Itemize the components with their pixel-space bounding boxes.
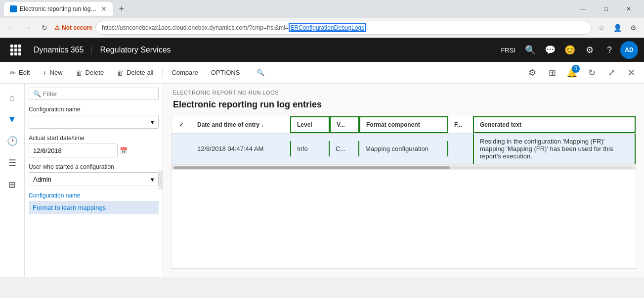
command-bar: ✏ Edit + New 🗑 Delete 🗑 Delete all Compa… (0, 62, 644, 84)
office-icon[interactable]: ⊞ (543, 64, 561, 82)
back-button[interactable]: ← (4, 21, 18, 35)
favorites-icon[interactable]: ☆ (595, 21, 608, 35)
row-format: Mapping configuration (359, 141, 448, 156)
sort-icon: ↓ (261, 122, 264, 128)
data-table: ✓ Date and time of entry ↓ Level V... Fo… (171, 116, 636, 269)
row-fileref (448, 145, 473, 153)
sidebar-pinned-icon[interactable]: ☰ (2, 153, 22, 173)
command-bar-right: ⚙ ⊞ 🔔 0 ↻ ⤢ ✕ (523, 64, 640, 82)
user-dropdown-icon: ▾ (151, 176, 154, 183)
maximize-button[interactable]: □ (595, 0, 617, 18)
user-dropdown[interactable]: Admin ▾ (29, 172, 159, 186)
sidebar-recent-icon[interactable]: 🕐 (2, 131, 22, 151)
pin-icon[interactable]: ⚙ (523, 64, 541, 82)
row-gentext: Residing in the configuration 'Mapping (… (473, 134, 636, 164)
sidebar-home-icon[interactable]: ⌂ (2, 88, 22, 107)
notification-wrap[interactable]: 🔔 0 (563, 64, 581, 82)
security-warning: ⚠ Not secure (54, 24, 92, 31)
new-label: New (50, 69, 63, 76)
search-nav-button[interactable]: 🔍 (521, 41, 539, 59)
forward-button[interactable]: → (21, 21, 35, 35)
options-label: OPTIONS (211, 69, 240, 76)
profile-icon[interactable]: 👤 (610, 21, 624, 35)
top-nav: Dynamics 365 Regulatory Services FRSI 🔍 … (0, 38, 644, 62)
avatar-button[interactable]: AD (620, 41, 638, 59)
start-date-label: Actual start date/time (29, 135, 159, 142)
start-date-section: Actual start date/time 📅 (29, 135, 159, 157)
expand-icon[interactable]: ⤢ (602, 64, 620, 82)
scrollbar-track[interactable] (173, 166, 634, 169)
refresh-icon[interactable]: ↻ (583, 64, 601, 82)
start-date-input[interactable] (29, 144, 118, 157)
delete-button[interactable]: 🗑 Delete (70, 66, 110, 80)
active-tab[interactable]: Electronic reporting run logs -- R... ✕ (4, 2, 113, 16)
tab-bar: Electronic reporting run logs -- R... ✕ … (0, 0, 644, 18)
compare-label: Compare (172, 69, 198, 76)
not-secure-label: Not secure (62, 24, 92, 31)
smiley-nav-button[interactable]: 😊 (561, 41, 579, 59)
search-cmd-icon: 🔍 (257, 69, 264, 76)
edit-icon: ✏ (10, 69, 16, 77)
chat-nav-button[interactable]: 💬 (541, 41, 559, 59)
sidebar-modules-icon[interactable]: ⊞ (2, 175, 22, 195)
edit-label: Edit (19, 69, 30, 76)
config-name-dropdown-icon: ▾ (151, 118, 154, 126)
panel-resize-handle[interactable]: ⋮ (159, 170, 163, 190)
col-format[interactable]: Format component (359, 116, 448, 133)
config-name-label: Configuration name (29, 106, 159, 113)
close-button[interactable]: ✕ (617, 0, 640, 18)
horizontal-scrollbar[interactable] (172, 164, 636, 170)
new-button[interactable]: + New (37, 66, 68, 80)
table-row[interactable]: 12/8/2018 04:47:44 AM Info C... Mapping … (172, 134, 636, 164)
page-title: Electronic reporting run log entries (173, 99, 634, 110)
tab-close-icon[interactable]: ✕ (101, 5, 107, 13)
row-level: Info (290, 141, 330, 156)
col-fileref[interactable]: F... (448, 117, 473, 132)
address-bar-row: ← → ↻ ⚠ Not secure https://usnconeboxax1… (0, 18, 644, 38)
filter-search-input[interactable] (43, 90, 154, 98)
address-input[interactable]: https://usnconeboxax1aos.cloud.onebox.dy… (95, 21, 592, 35)
row-date: 12/8/2018 04:47:44 AM (191, 141, 290, 156)
scrollbar-thumb[interactable] (173, 166, 450, 169)
search-button[interactable]: 🔍 (251, 66, 270, 79)
filter-search-box[interactable]: 🔍 (29, 88, 159, 100)
settings-nav-button[interactable]: ⚙ (581, 41, 599, 59)
compare-button[interactable]: Compare (166, 66, 204, 79)
table-header: ✓ Date and time of entry ↓ Level V... Fo… (172, 116, 636, 134)
breadcrumb: ELECTRONIC REPORTING RUN LOGS (173, 90, 634, 96)
delete-icon: 🗑 (76, 69, 83, 77)
user-section: User who started a configuration Admin ▾ (29, 163, 159, 186)
content-area: ELECTRONIC REPORTING RUN LOGS Electronic… (163, 84, 644, 277)
config-item-format[interactable]: Format to learn mappings (29, 201, 159, 214)
calendar-icon[interactable]: 📅 (120, 147, 128, 154)
col-level[interactable]: Level (290, 116, 330, 133)
config-name-section: Configuration name ▾ (29, 106, 159, 129)
minimize-button[interactable]: — (572, 0, 595, 18)
edit-button[interactable]: ✏ Edit (4, 66, 36, 80)
tab-favicon-icon (10, 5, 17, 12)
notification-badge: 0 (572, 65, 580, 73)
col-date[interactable]: Date and time of entry ↓ (191, 117, 290, 132)
config-name-input[interactable]: ▾ (29, 115, 159, 129)
reload-button[interactable]: ↻ (38, 21, 51, 35)
extensions-icon[interactable]: ⚙ (626, 21, 640, 35)
col-version[interactable]: V... (330, 116, 359, 133)
address-url: https://usnconeboxax1aos.cloud.onebox.dy… (102, 24, 366, 31)
address-right-icons: ☆ 👤 ⚙ (595, 21, 640, 35)
warning-icon: ⚠ (54, 24, 60, 31)
window-controls: — □ ✕ (572, 0, 640, 18)
start-date-field[interactable]: 📅 (29, 144, 159, 157)
dynamics-365-label: Dynamics 365 (26, 46, 92, 54)
separator-1 (162, 68, 163, 78)
delete-all-label: Delete all (127, 69, 153, 76)
col-gentext[interactable]: Generated text (473, 116, 636, 133)
config-section-2: Configuration name Format to learn mappi… (29, 192, 159, 214)
app-launcher-button[interactable] (6, 40, 26, 60)
close-panel-icon[interactable]: ✕ (622, 64, 640, 82)
help-nav-button[interactable]: ? (601, 41, 618, 59)
sidebar-filter-icon[interactable]: ▼ (2, 109, 22, 129)
user-value: Admin (33, 176, 51, 183)
delete-all-button[interactable]: 🗑 Delete all (111, 66, 159, 80)
options-button[interactable]: OPTIONS (205, 66, 246, 79)
new-tab-button[interactable]: + (115, 2, 129, 16)
